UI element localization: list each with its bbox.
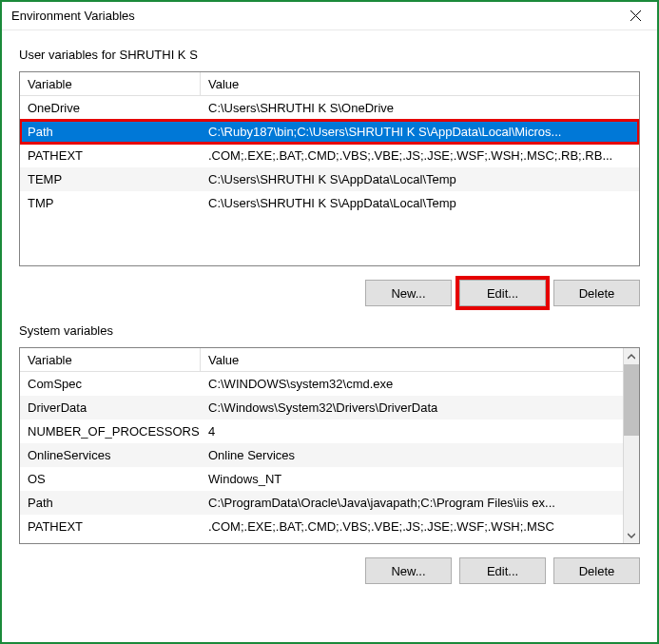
titlebar: Environment Variables (2, 2, 657, 30)
user-new-button[interactable]: New... (365, 280, 452, 306)
table-row[interactable]: OneDrive C:\Users\SHRUTHI K S\OneDrive (20, 96, 639, 120)
close-button[interactable] (614, 2, 657, 30)
system-table-body: ComSpec C:\WINDOWS\system32\cmd.exe Driv… (20, 372, 623, 538)
user-edit-button[interactable]: Edit... (459, 280, 546, 306)
table-row[interactable]: PATHEXT .COM;.EXE;.BAT;.CMD;.VBS;.VBE;.J… (20, 515, 623, 538)
cell-value: .COM;.EXE;.BAT;.CMD;.VBS;.VBE;.JS;.JSE;.… (201, 519, 623, 534)
cell-variable: ComSpec (20, 377, 201, 391)
table-row[interactable]: NUMBER_OF_PROCESSORS 4 (20, 420, 623, 443)
user-variables-table: Variable Value OneDrive C:\Users\SHRUTHI… (19, 71, 640, 266)
user-buttons-row: New... Edit... Delete (19, 280, 640, 306)
cell-value: Windows_NT (201, 472, 623, 486)
scroll-down-button[interactable] (624, 527, 639, 543)
table-row[interactable]: OnlineServices Online Services (20, 443, 623, 467)
table-row[interactable]: TMP C:\Users\SHRUTHI K S\AppData\Local\T… (20, 191, 639, 215)
cell-value: .COM;.EXE;.BAT;.CMD;.VBS;.VBE;.JS;.JSE;.… (201, 148, 639, 163)
user-delete-button[interactable]: Delete (553, 280, 640, 306)
table-row[interactable]: OS Windows_NT (20, 467, 623, 491)
chevron-down-icon (628, 532, 635, 539)
system-table-header[interactable]: Variable Value (20, 348, 623, 372)
table-row[interactable]: TEMP C:\Users\SHRUTHI K S\AppData\Local\… (20, 167, 639, 191)
cell-value: C:\Users\SHRUTHI K S\AppData\Local\Temp (201, 172, 639, 186)
dialog-content: User variables for SHRUTHI K S Variable … (2, 30, 657, 642)
cell-variable: NUMBER_OF_PROCESSORS (20, 424, 201, 439)
system-variables-table: Variable Value ComSpec C:\WINDOWS\system… (19, 347, 640, 544)
column-header-variable[interactable]: Variable (20, 348, 201, 371)
table-row[interactable]: ComSpec C:\WINDOWS\system32\cmd.exe (20, 372, 623, 396)
column-header-value[interactable]: Value (201, 72, 639, 95)
cell-variable: PATHEXT (20, 519, 201, 534)
cell-variable: PATHEXT (20, 148, 201, 163)
system-delete-button[interactable]: Delete (553, 557, 640, 584)
column-header-value[interactable]: Value (201, 348, 623, 371)
window-title: Environment Variables (11, 9, 135, 23)
cell-variable: Path (20, 496, 201, 510)
user-variables-label: User variables for SHRUTHI K S (19, 48, 640, 62)
user-table-header[interactable]: Variable Value (20, 72, 639, 96)
cell-value: C:\Users\SHRUTHI K S\AppData\Local\Temp (201, 196, 639, 210)
system-new-button[interactable]: New... (365, 557, 452, 584)
cell-variable: DriverData (20, 400, 201, 415)
system-variables-label: System variables (19, 323, 640, 338)
cell-variable: OnlineServices (20, 448, 201, 462)
column-header-variable[interactable]: Variable (20, 72, 201, 95)
cell-value: C:\Users\SHRUTHI K S\OneDrive (201, 101, 639, 115)
system-edit-button[interactable]: Edit... (459, 557, 546, 584)
cell-variable: OS (20, 472, 201, 486)
close-icon (630, 10, 641, 21)
cell-value: C:\Windows\System32\Drivers\DriverData (201, 400, 623, 415)
user-table-body: OneDrive C:\Users\SHRUTHI K S\OneDrive P… (20, 96, 639, 215)
scroll-track[interactable] (624, 364, 639, 527)
cell-value: C:\WINDOWS\system32\cmd.exe (201, 377, 623, 391)
table-row[interactable]: Path C:\ProgramData\Oracle\Java\javapath… (20, 491, 623, 515)
system-scrollbar[interactable] (623, 348, 639, 543)
environment-variables-dialog: Environment Variables User variables for… (0, 0, 659, 644)
cell-variable: OneDrive (20, 101, 201, 115)
cell-value: 4 (201, 424, 623, 439)
cell-value: C:\Ruby187\bin;C:\Users\SHRUTHI K S\AppD… (201, 125, 639, 139)
system-buttons-row: New... Edit... Delete (19, 557, 640, 584)
cell-variable: TEMP (20, 172, 201, 186)
cell-value: C:\ProgramData\Oracle\Java\javapath;C:\P… (201, 496, 623, 510)
cell-value: Online Services (201, 448, 623, 462)
scroll-up-button[interactable] (624, 348, 639, 364)
cell-variable: Path (20, 125, 201, 139)
scroll-thumb[interactable] (624, 364, 639, 436)
table-row[interactable]: Path C:\Ruby187\bin;C:\Users\SHRUTHI K S… (20, 120, 639, 144)
table-row[interactable]: PATHEXT .COM;.EXE;.BAT;.CMD;.VBS;.VBE;.J… (20, 144, 639, 167)
cell-variable: TMP (20, 196, 201, 210)
chevron-up-icon (628, 353, 635, 361)
table-row[interactable]: DriverData C:\Windows\System32\Drivers\D… (20, 396, 623, 420)
